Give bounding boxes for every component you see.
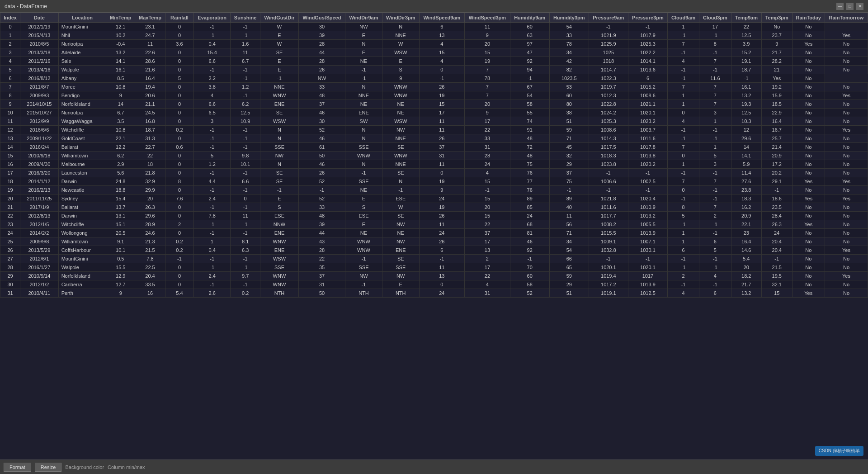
cell-r27-c4: 7.8: [135, 255, 165, 263]
cell-r8-c7: -1: [231, 91, 260, 100]
cell-r0-c19: 17: [699, 23, 731, 31]
table-row: 162009/4/30Melbourne2.91801.210.1N46NNNE…: [0, 160, 868, 169]
watermark: CSDN @柚子啊柚羊: [815, 446, 863, 456]
cell-r20-c13: 15: [464, 194, 510, 203]
cell-r13-c2: GoldCoast: [58, 134, 106, 143]
cell-r14-c4: 22.7: [135, 143, 165, 152]
cell-r24-c1: 2014/2/2: [20, 229, 59, 237]
cell-r29-c5: 0: [165, 272, 193, 280]
cell-r11-c2: WaggaWagga: [58, 117, 106, 126]
cell-r18-c17: 1002.5: [628, 177, 667, 186]
cell-r0-c7: -1: [231, 23, 260, 31]
cell-r31-c11: NTH: [382, 289, 419, 298]
cell-r20-c8: E: [260, 194, 299, 203]
cell-r29-c3: 12.9: [106, 272, 135, 280]
cell-r16-c8: N: [260, 160, 299, 169]
cell-r31-c1: 2010/4/11: [20, 289, 59, 298]
cell-r29-c7: 9.7: [231, 272, 260, 280]
cell-r16-c19: 3: [699, 160, 731, 169]
table-row: 282016/1/27Walpole15.522.50-1-1SSE35SSES…: [0, 263, 868, 272]
cell-r22-c23: No: [825, 212, 868, 220]
cell-r23-c21: 26.3: [761, 220, 792, 229]
format-button[interactable]: Format: [4, 463, 31, 472]
cell-r5-c5: 0: [165, 66, 193, 74]
close-button[interactable]: ✕: [856, 3, 863, 10]
cell-r26-c3: 10.1: [106, 246, 135, 255]
cell-r11-c19: 1: [699, 117, 731, 126]
cell-r8-c3: 9: [106, 91, 135, 100]
cell-r23-c13: 22: [464, 220, 510, 229]
cell-r18-c8: SE: [260, 177, 299, 186]
cell-r3-c4: 22.6: [135, 48, 165, 57]
cell-r2-c9: 28: [298, 40, 345, 48]
cell-r13-c19: -1: [699, 134, 731, 143]
cell-r7-c13: 7: [464, 83, 510, 91]
cell-r19-c11: -1: [382, 186, 419, 194]
cell-r15-c7: 9.8: [231, 152, 260, 160]
table-row: 312010/4/11Perth9165.42.60.2NTH50NTHNTH2…: [0, 289, 868, 298]
cell-r4-c7: 6.7: [231, 57, 260, 66]
cell-r17-c6: -1: [194, 169, 231, 177]
cell-r9-c23: No: [825, 100, 868, 109]
table-row: 22010/8/5Nuriootpa-0.4113.60.41.6W28NW42…: [0, 40, 868, 48]
cell-r7-c12: 26: [419, 83, 464, 91]
cell-r5-c11: S: [382, 66, 419, 74]
cell-r23-c4: 28.9: [135, 220, 165, 229]
cell-r18-c19: 7: [699, 177, 731, 186]
cell-r8-c14: 54: [510, 91, 549, 100]
cell-r18-c14: 77: [510, 177, 549, 186]
cell-r17-c11: SE: [382, 169, 419, 177]
cell-r19-c20: 23.8: [731, 186, 761, 194]
cell-r1-c19: -1: [699, 31, 731, 40]
minimize-button[interactable]: —: [836, 3, 844, 10]
cell-r26-c10: WNW: [345, 246, 382, 255]
maximize-button[interactable]: □: [846, 3, 854, 10]
cell-r10-c6: 6.5: [194, 109, 231, 117]
cell-r1-c1: 2015/4/13: [20, 31, 59, 40]
cell-r31-c21: 15: [761, 289, 792, 298]
table-row: 112012/9/9WaggaWagga3.516.80310.9WSW30SW…: [0, 117, 868, 126]
cell-r14-c6: -1: [194, 143, 231, 152]
cell-r13-c8: N: [260, 134, 299, 143]
cell-r9-c15: 80: [549, 100, 589, 109]
cell-r17-c10: -1: [345, 169, 382, 177]
cell-r7-c7: 1.2: [231, 83, 260, 91]
cell-r21-c3: 13.7: [106, 203, 135, 212]
cell-r7-c1: 2011/8/7: [20, 83, 59, 91]
cell-r24-c19: -1: [699, 229, 731, 237]
cell-r9-c19: 7: [699, 100, 731, 109]
cell-r6-c2: Albany: [58, 74, 106, 83]
cell-r15-c18: 0: [668, 152, 699, 160]
cell-r5-c1: 2013/4/16: [20, 66, 59, 74]
resize-button[interactable]: Resize: [35, 463, 62, 472]
cell-r9-c13: 20: [464, 100, 510, 109]
cell-r31-c4: 16: [135, 289, 165, 298]
cell-r24-c17: 1013.9: [628, 229, 667, 237]
cell-r12-c1: 2016/6/6: [20, 126, 59, 134]
cell-r6-c8: -1: [260, 74, 299, 83]
cell-r13-c20: 29.6: [731, 134, 761, 143]
cell-r30-c7: -1: [231, 280, 260, 289]
cell-r1-c2: Nhil: [58, 31, 106, 40]
cell-r23-c17: 1005.5: [628, 220, 667, 229]
cell-r20-c9: 52: [298, 194, 345, 203]
cell-r15-c6: 5: [194, 152, 231, 160]
cell-r24-c7: -1: [231, 229, 260, 237]
cell-r2-c16: 1025.9: [589, 40, 628, 48]
cell-r26-c11: ENE: [382, 246, 419, 255]
cell-r20-c14: 89: [510, 194, 549, 203]
cell-r23-c1: 2012/1/5: [20, 220, 59, 229]
cell-r12-c21: 16.7: [761, 126, 792, 134]
cell-r8-c22: No: [792, 91, 825, 100]
cell-r2-c15: 78: [549, 40, 589, 48]
cell-r7-c11: WNW: [382, 83, 419, 91]
cell-r1-c18: -1: [668, 31, 699, 40]
cell-r14-c18: 7: [668, 143, 699, 152]
cell-r6-c18: -1: [668, 74, 699, 83]
cell-r8-c23: Yes: [825, 91, 868, 100]
table-row: 272012/6/1MountGinini0.57.8-1-1-1WSW22-1…: [0, 255, 868, 263]
col-header-humidity9am: Humidity9am: [510, 13, 549, 23]
cell-r15-c4: 22: [135, 152, 165, 160]
cell-r31-c13: 31: [464, 289, 510, 298]
cell-r4-c12: 4: [419, 57, 464, 66]
